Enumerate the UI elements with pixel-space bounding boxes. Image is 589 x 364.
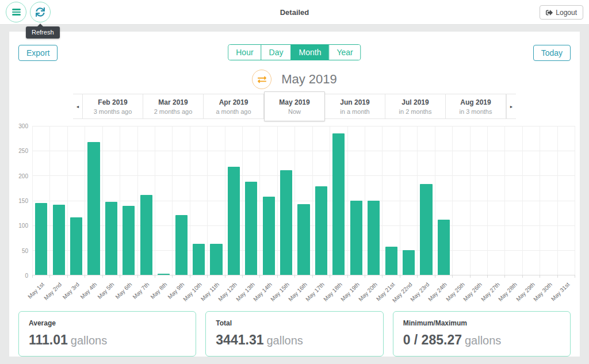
y-axis-tick-label: 300 <box>18 123 28 129</box>
chart-column <box>504 126 522 275</box>
carousel-next-button[interactable]: ► <box>506 94 516 118</box>
logout-button[interactable]: Logout <box>540 5 583 20</box>
carousel-item-may-2019[interactable]: May 2019Now <box>264 91 325 121</box>
month-carousel: ◄ Feb 20193 months agoMar 20192 months a… <box>73 94 516 119</box>
carousel-item-title: Apr 2019 <box>219 98 248 106</box>
chart-bar-may-18th[interactable] <box>332 133 345 275</box>
chart-column <box>294 126 312 275</box>
x-axis-tick-label: May 4th <box>79 281 98 300</box>
chart-bar-may-10th[interactable] <box>193 244 205 275</box>
carousel-item-subtitle: a month ago <box>216 108 251 115</box>
chart-column <box>557 126 575 275</box>
chart-bar-may-14th[interactable] <box>263 197 275 275</box>
range-tab-year[interactable]: Year <box>328 45 360 60</box>
stat-unit: gallons <box>71 334 107 347</box>
chart-bar-may-8th[interactable] <box>158 274 170 275</box>
stat-label: Minimum/Maximum <box>403 319 560 327</box>
y-axis-tick-label: 150 <box>18 198 28 204</box>
chart-column <box>85 126 102 275</box>
chart-bar-may-16th[interactable] <box>297 204 309 275</box>
chart-column <box>67 126 85 275</box>
x-axis-tick-label: May 12th <box>217 281 238 302</box>
export-button[interactable]: Export <box>18 45 58 61</box>
chart-bar-may-20th[interactable] <box>368 201 380 275</box>
y-axis-tick-label: 0 <box>25 273 28 279</box>
y-axis-tick-label: 50 <box>22 247 28 254</box>
chart-column <box>330 126 347 275</box>
stat-value: 3441.31 <box>216 332 263 347</box>
chevron-left-icon: ◄ <box>76 105 80 109</box>
x-axis-tick-label: May 30th <box>532 281 553 302</box>
chart-bar-may-23rd[interactable] <box>420 184 432 275</box>
stat-label: Total <box>216 319 373 327</box>
x-axis-tick-label: May 27th <box>480 281 501 302</box>
chart-bar-may-19th[interactable] <box>350 201 362 275</box>
carousel-item-title: Feb 2019 <box>98 98 127 106</box>
x-axis-tick-label: May 7th <box>132 281 151 300</box>
chart-bar-may-11th[interactable] <box>210 244 222 275</box>
range-tab-day[interactable]: Day <box>261 45 291 60</box>
stat-value: 111.01 <box>29 332 68 347</box>
y-axis-tick-label: 100 <box>18 223 28 229</box>
stat-value: 0 / 285.27 <box>403 332 462 347</box>
carousel-prev-button[interactable]: ◄ <box>73 94 83 118</box>
x-axis-tick-label: May 31st <box>550 281 571 302</box>
chart-column <box>540 126 557 275</box>
x-axis-tick-label: May 19th <box>339 281 361 302</box>
chart-bar-may-4th[interactable] <box>87 142 100 275</box>
chart-bar-may-13th[interactable] <box>245 182 257 275</box>
carousel-item-jul-2019[interactable]: Jul 2019in 2 months <box>385 94 446 118</box>
chart-plot-area: May 1stMay 2ndMay 3rdMay 4thMay 5thMay 6… <box>32 126 575 303</box>
x-axis-tick-label: May 6th <box>114 281 133 300</box>
x-axis-tick-label: May 13th <box>235 281 256 302</box>
chart-column <box>190 126 207 275</box>
carousel-item-subtitle: in 3 months <box>460 108 492 115</box>
chart-bar-may-22nd[interactable] <box>403 250 415 275</box>
chart-bar-may-1st[interactable] <box>35 203 47 275</box>
chart-column <box>225 126 242 275</box>
chart-bar-may-12th[interactable] <box>228 167 240 275</box>
chart-bar-may-5th[interactable] <box>105 202 117 275</box>
y-axis-tick-label: 200 <box>18 173 28 179</box>
chart-column <box>382 126 399 275</box>
swap-period-button[interactable] <box>252 70 271 89</box>
logout-label: Logout <box>556 9 577 17</box>
chart-column <box>259 126 277 275</box>
chart-plot <box>32 126 575 275</box>
range-tab-month[interactable]: Month <box>291 45 329 60</box>
chart-column <box>312 126 330 275</box>
chart-bar-may-6th[interactable] <box>123 206 135 275</box>
carousel-item-feb-2019[interactable]: Feb 20193 months ago <box>83 94 143 118</box>
chart-bar-may-15th[interactable] <box>280 170 292 275</box>
chart-bar-may-7th[interactable] <box>140 195 152 275</box>
chart-column <box>120 126 137 275</box>
x-axis-tick-label: May 17th <box>304 281 326 302</box>
carousel-item-jun-2019[interactable]: Jun 2019in a month <box>325 94 385 118</box>
chart-column <box>277 126 294 275</box>
carousel-item-apr-2019[interactable]: Apr 2019a month ago <box>204 94 264 118</box>
chart-x-axis-labels: May 1stMay 2ndMay 3rdMay 4thMay 5thMay 6… <box>32 278 575 303</box>
chart-bar-may-24th[interactable] <box>438 220 450 275</box>
chart-bar-may-21st[interactable] <box>385 247 397 275</box>
chart-column <box>207 126 224 275</box>
chart-bar-may-9th[interactable] <box>175 215 188 275</box>
stat-card-total: Total3441.31gallons <box>205 311 383 357</box>
chart-y-axis: 050100150200250300 <box>14 126 32 275</box>
chart-column <box>155 126 172 275</box>
chart-column <box>487 126 504 275</box>
chart-bar-may-2nd[interactable] <box>53 205 65 275</box>
x-axis-tick-label: May 29th <box>515 281 536 302</box>
carousel-item-mar-2019[interactable]: Mar 20192 months ago <box>143 94 204 118</box>
carousel-item-aug-2019[interactable]: Aug 2019in 3 months <box>446 94 506 118</box>
carousel-item-subtitle: Now <box>288 108 301 115</box>
page-title: Detailed <box>0 0 589 24</box>
chart-bar-may-17th[interactable] <box>315 186 327 275</box>
chart-column <box>365 126 382 275</box>
chart-column <box>242 126 259 275</box>
chart-bar-may-3rd[interactable] <box>70 217 82 275</box>
today-button[interactable]: Today <box>533 45 571 61</box>
refresh-tooltip: Refresh <box>26 26 60 39</box>
x-axis-tick-label: May 8th <box>149 281 168 300</box>
range-tab-hour[interactable]: Hour <box>228 45 261 60</box>
carousel-item-subtitle: 3 months ago <box>94 108 132 115</box>
